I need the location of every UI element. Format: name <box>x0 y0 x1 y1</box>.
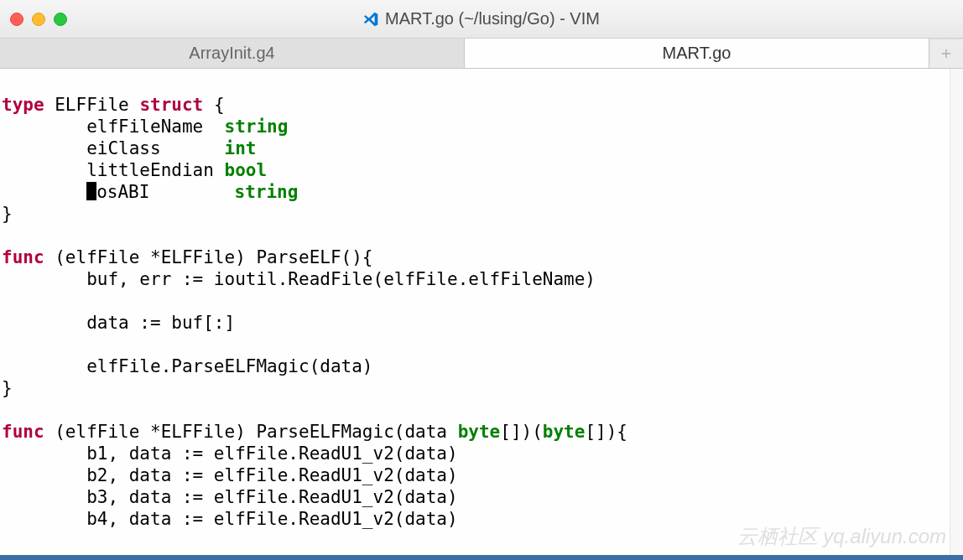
keyword-func: func <box>2 422 44 442</box>
code-text: elfFile.ParseELFMagic(data) <box>2 356 373 376</box>
window-title-container: MART.go (~/lusing/Go) - VIM <box>363 9 600 29</box>
close-button[interactable] <box>10 13 23 26</box>
type-bool: bool <box>225 160 268 180</box>
statusbar <box>0 555 963 560</box>
minimize-button[interactable] <box>32 13 45 26</box>
code-text: { <box>203 95 224 115</box>
editor-area[interactable]: type ELFFile struct { elfFileName string… <box>0 69 963 560</box>
code-text: } <box>2 378 13 398</box>
tab-arrayinit[interactable]: ArrayInit.g4 <box>0 39 465 68</box>
code-text: buf, err := ioutil.ReadFile(elfFile.elfF… <box>2 269 596 289</box>
keyword-type: type <box>2 95 44 115</box>
type-string: string <box>235 182 299 202</box>
code-text: littleEndian <box>2 160 225 180</box>
traffic-lights <box>10 13 67 26</box>
cursor <box>86 182 96 200</box>
code-text: osABI <box>96 182 234 202</box>
tabbar: ArrayInit.g4 MART.go <box>0 39 963 69</box>
code-text: (elfFile *ELFFile) ParseELFMagic(data <box>44 422 458 442</box>
type-byte: byte <box>543 422 586 442</box>
titlebar: MART.go (~/lusing/Go) - VIM <box>0 0 963 39</box>
tab-label: ArrayInit.g4 <box>189 44 274 63</box>
window-title: MART.go (~/lusing/Go) - VIM <box>385 9 600 29</box>
type-string: string <box>225 117 289 137</box>
code-text: data := buf[:] <box>2 313 235 333</box>
code-text: b4, data := elfFile.ReadU1_v2(data) <box>2 509 458 529</box>
type-int: int <box>225 138 257 158</box>
code-text: b1, data := elfFile.ReadU1_v2(data) <box>2 443 458 464</box>
code-text: [])( <box>500 422 543 442</box>
code-text: []){ <box>585 422 627 442</box>
keyword-struct: struct <box>139 95 203 115</box>
add-tab-button[interactable] <box>929 39 963 68</box>
code-text: (elfFile *ELFFile) ParseELF(){ <box>44 247 373 267</box>
keyword-func: func <box>2 247 44 267</box>
plus-icon <box>939 46 954 61</box>
tab-label: MART.go <box>663 44 731 63</box>
code-text: b2, data := elfFile.ReadU1_v2(data) <box>2 465 458 485</box>
code-text: ELFFile <box>44 95 140 115</box>
vscode-icon <box>363 12 378 27</box>
type-byte: byte <box>458 422 501 442</box>
maximize-button[interactable] <box>54 13 67 26</box>
watermark: 云栖社区 yq.aliyun.com <box>737 523 946 550</box>
code-text: b3, data := elfFile.ReadU1_v2(data) <box>2 487 458 507</box>
code-text: eiClass <box>2 138 225 158</box>
code-text: } <box>2 204 13 224</box>
code-text: elfFileName <box>2 117 225 137</box>
tab-mart-go[interactable]: MART.go <box>465 39 929 68</box>
scrollbar[interactable] <box>950 69 963 560</box>
code-text <box>2 182 86 202</box>
